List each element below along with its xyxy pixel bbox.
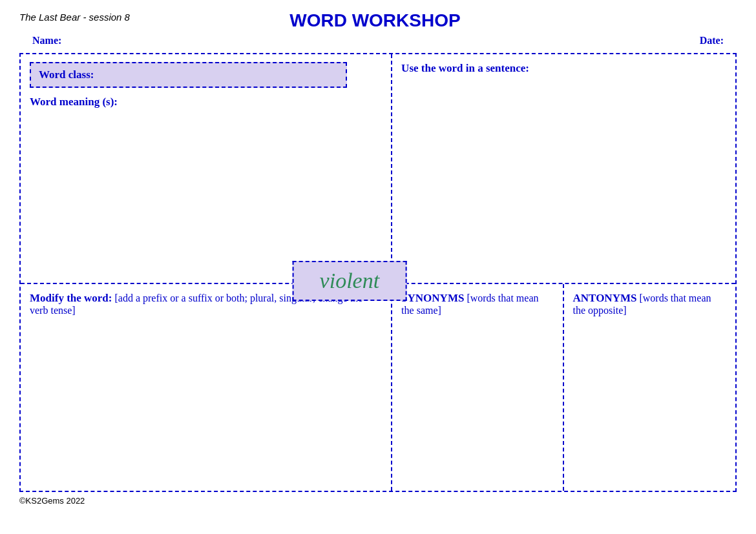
modify-bold: Modify the word:	[30, 292, 112, 304]
content-grid: Word class: Word meaning (s): Use the wo…	[19, 53, 737, 492]
session-label: The Last Bear - session 8	[19, 12, 130, 23]
top-bar: The Last Bear - session 8 WORD WORKSHOP	[19, 12, 737, 31]
page: The Last Bear - session 8 WORD WORKSHOP …	[0, 0, 756, 534]
word-meaning-label: Word meaning (s):	[30, 96, 382, 108]
word-class-box: Word class:	[30, 62, 347, 88]
footer: ©KS2Gems 2022	[19, 496, 737, 506]
antonyms-bold: ANTONYMS	[573, 292, 637, 304]
center-word: violent	[320, 269, 380, 293]
word-class-label: Word class:	[39, 68, 94, 81]
floating-word-box: violent	[293, 261, 407, 301]
cell-top-left: Word class: Word meaning (s):	[21, 54, 392, 284]
name-date-row: Name: Date:	[19, 35, 737, 46]
cell-bottom-mid: SYNONYMS [words that mean the same]	[392, 284, 563, 491]
cell-top-right: Use the word in a sentence:	[392, 54, 735, 284]
synonyms-label: SYNONYMS [words that mean the same]	[401, 292, 553, 316]
copyright: ©KS2Gems 2022	[19, 496, 85, 506]
date-label: Date:	[700, 35, 724, 46]
cell-bottom-left: Modify the word: [add a prefix or a suff…	[21, 284, 392, 491]
main-title: WORD WORKSHOP	[130, 10, 620, 31]
antonyms-label: ANTONYMS [words that mean the opposite]	[573, 292, 726, 316]
name-label: Name:	[32, 35, 61, 46]
synonyms-bold: SYNONYMS	[401, 292, 464, 304]
use-sentence-label: Use the word in a sentence:	[401, 62, 726, 75]
cell-bottom-right: ANTONYMS [words that mean the opposite]	[564, 284, 735, 491]
